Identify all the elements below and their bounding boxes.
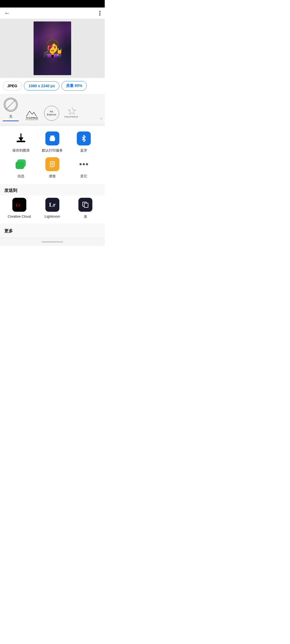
- actions-row1: 保存到图库 默认打印服务: [3, 131, 102, 153]
- more-dot-2: [99, 13, 100, 14]
- svg-rect-9: [17, 141, 25, 142]
- bottom-bar: [0, 238, 105, 246]
- action-more[interactable]: 其它: [70, 157, 97, 179]
- watermark-scroll[interactable]: 无 PS EXPRESS PHOTOSHOP EXPRESS PS: [0, 97, 105, 123]
- messages-icon-bubbles: [14, 157, 28, 171]
- no-watermark-circle: [4, 98, 18, 112]
- svg-rect-11: [50, 136, 54, 138]
- messages-label: 信息: [17, 174, 24, 179]
- lightroom-label: Lightroom: [45, 214, 60, 218]
- watermark-none-label: 无: [9, 114, 12, 119]
- format-row: JPEG 1080 x 2340 px 质量 85%: [0, 78, 105, 94]
- bottom-indicator: [42, 241, 63, 243]
- creative-cloud-icon-bg: Cc: [12, 198, 26, 212]
- svg-rect-13: [50, 139, 54, 141]
- notes-svg: [49, 160, 56, 168]
- watermark-ps3-icon: PSEXPRESS: [64, 105, 80, 121]
- actions-row2: 信息 便签: [3, 153, 102, 181]
- more-dot-a: [79, 163, 82, 165]
- library-icon: [78, 198, 92, 212]
- save-svg: [15, 133, 27, 144]
- watermark-active-indicator: [3, 120, 19, 121]
- action-print[interactable]: 默认打印服务: [39, 131, 66, 153]
- svg-text:Cc: Cc: [16, 203, 20, 207]
- more-button[interactable]: [99, 11, 100, 16]
- watermark-scroll-right[interactable]: ›: [100, 116, 102, 121]
- more-icon: [77, 157, 91, 171]
- library-label: 库: [84, 214, 87, 219]
- more-label: 其它: [80, 174, 87, 179]
- svg-text:PS EXPRESS: PS EXPRESS: [26, 117, 38, 119]
- bluetooth-label: 蓝牙: [80, 148, 87, 153]
- more-dot-1: [99, 11, 100, 12]
- more-section-header: 更多: [0, 225, 105, 238]
- watermark-ps2[interactable]: PSExpress: [44, 105, 60, 121]
- svg-rect-20: [84, 203, 88, 207]
- library-icon-bg: [78, 198, 92, 212]
- messages-bubble-front: [16, 162, 24, 169]
- action-save[interactable]: 保存到图库: [8, 131, 34, 153]
- watermark-ps1[interactable]: PS EXPRESS PHOTOSHOP EXPRESS: [23, 105, 39, 121]
- action-bluetooth[interactable]: 蓝牙: [70, 131, 97, 153]
- bluetooth-icon: [77, 131, 91, 145]
- watermark-none[interactable]: 无: [3, 97, 19, 121]
- divider-1: [0, 123, 105, 126]
- print-icon-bg: [45, 131, 59, 145]
- lightroom-icon: Lr: [45, 198, 59, 212]
- notes-icon-bg: [45, 157, 59, 171]
- svg-marker-8: [19, 137, 23, 141]
- more-dot-3: [99, 14, 100, 16]
- print-svg: [48, 134, 56, 142]
- lightroom-icon-bg: Lr: [45, 198, 59, 212]
- messages-icon: [14, 157, 28, 171]
- action-library[interactable]: 库: [72, 198, 99, 219]
- more-dots: [79, 163, 88, 165]
- quality-pill[interactable]: 质量 85%: [61, 81, 87, 91]
- actions-section: 保存到图库 默认打印服务: [0, 126, 105, 184]
- creative-cloud-label: Creative Cloud: [8, 214, 31, 218]
- watermark-ps3[interactable]: PSEXPRESS: [64, 105, 80, 121]
- bluetooth-svg: [80, 135, 87, 142]
- print-icon: [45, 131, 59, 145]
- ps-express-1-svg: PS EXPRESS PHOTOSHOP EXPRESS: [24, 106, 38, 120]
- bluetooth-icon-bg: [77, 131, 91, 145]
- library-svg: [82, 201, 89, 208]
- more-dot-c: [86, 163, 88, 165]
- back-button[interactable]: ←: [4, 10, 10, 17]
- nav-bar: ←: [0, 8, 105, 19]
- image-preview: [0, 19, 105, 78]
- notes-icon: [45, 157, 59, 171]
- save-icon: [14, 131, 28, 145]
- preview-image: [34, 21, 71, 75]
- svg-text:PSEXPRESS: PSEXPRESS: [64, 116, 78, 118]
- watermark-ps-circle: PSExpress: [44, 106, 59, 121]
- svg-point-15: [50, 138, 51, 139]
- action-creative-cloud[interactable]: Cc Creative Cloud: [6, 198, 33, 218]
- status-bar: [0, 0, 105, 8]
- ps-express-3-svg: PSEXPRESS: [64, 106, 80, 120]
- send-to-grid: Cc Creative Cloud Lr Lightroom: [0, 196, 105, 224]
- more-dot-b: [83, 163, 85, 165]
- size-pill[interactable]: 1080 x 2340 px: [24, 81, 59, 90]
- save-label: 保存到图库: [12, 148, 30, 153]
- print-label: 默认打印服务: [42, 148, 63, 153]
- watermark-none-icon: [3, 97, 19, 113]
- action-notes[interactable]: 便签: [39, 157, 66, 179]
- watermark-ps-circle-text: PSExpress: [47, 110, 56, 116]
- creative-cloud-icon: Cc: [12, 198, 26, 212]
- lightroom-text: Lr: [49, 201, 56, 208]
- watermark-ps1-icon: PS EXPRESS PHOTOSHOP EXPRESS: [23, 105, 39, 121]
- format-pill[interactable]: JPEG: [3, 81, 22, 90]
- send-to-section: 发送到 Cc Creative Cloud Lr: [0, 184, 105, 225]
- watermark-strip: 无 PS EXPRESS PHOTOSHOP EXPRESS PS: [0, 94, 105, 123]
- watermark-ps2-icon: PSExpress: [44, 105, 60, 121]
- svg-text:PHOTOSHOP EXPRESS: PHOTOSHOP EXPRESS: [26, 119, 38, 120]
- send-to-header: 发送到: [0, 184, 105, 196]
- action-messages[interactable]: 信息: [8, 157, 34, 179]
- creative-cloud-svg: Cc: [15, 200, 24, 210]
- notes-label: 便签: [49, 174, 56, 179]
- action-lightroom[interactable]: Lr Lightroom: [39, 198, 66, 218]
